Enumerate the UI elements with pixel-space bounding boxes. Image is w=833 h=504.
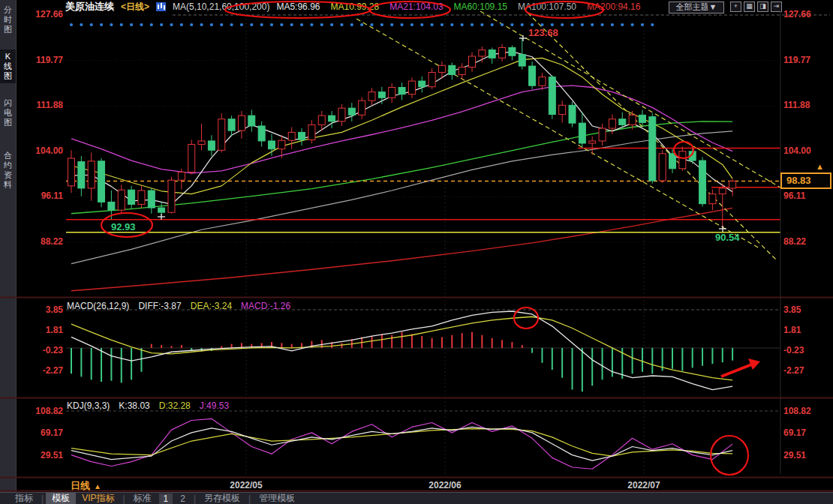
annotation-arrow [721, 364, 753, 376]
toolbar-divider: | [39, 494, 46, 504]
macd-y-axis-label-right: 3.85 [783, 304, 801, 315]
main-y-axis-label-left: 127.66 [20, 9, 63, 20]
main-y-axis-label-left: 104.00 [20, 146, 63, 156]
kdj-j-value: J:49.53 [200, 400, 229, 411]
kdj-header: KDJ(9,3,3) K:38.03 D:32.28 J:49.53 [67, 400, 229, 411]
toolbar-tab[interactable]: 标准 [128, 493, 158, 504]
main-y-axis-label-right: 119.77 [783, 55, 810, 65]
charting-app-window: 分 时 图K 线 图闪 电 图合 约 资 料 美原油连续<日线> MA(5,10… [0, 0, 833, 504]
macd-histogram [71, 332, 732, 392]
annotation-low-price-right: 90.54 [715, 232, 740, 243]
period-selector[interactable]: 日线 ▲ [71, 479, 101, 493]
chart-canvas[interactable] [0, 0, 833, 492]
trendline [480, 11, 780, 188]
last-price-box: 98.83 [780, 172, 831, 189]
toolbar-divider: | [120, 494, 127, 504]
main-y-axis-label-left: 119.77 [20, 55, 63, 65]
macd-diff-value: DIFF:-3.87 [138, 301, 181, 311]
toolbar-tab[interactable]: VIP指标 [76, 493, 120, 504]
kdj-y-axis-label-left: 29.51 [20, 450, 63, 460]
main-y-axis-label-right: 111.88 [783, 100, 810, 110]
main-y-axis-label-left: 88.22 [20, 236, 63, 247]
main-y-axis-label-right: 96.11 [783, 190, 805, 201]
x-axis-date-label: 2022/06 [423, 480, 468, 490]
kdj-title: KDJ(9,3,3) [67, 400, 110, 411]
kdj-k-value: K:38.03 [119, 400, 149, 411]
toolbar-divider: | [246, 494, 253, 504]
toolbar-tab[interactable]: 模板 [46, 493, 76, 504]
toolbar-tab[interactable]: 管理模板 [253, 493, 301, 504]
toolbar-divider: | [191, 494, 198, 504]
macd-y-axis-label-right: 1.81 [783, 325, 801, 335]
macd-dea-value: DEA:-3.24 [191, 301, 232, 311]
annotation-peak-price: 123.68 [528, 27, 558, 38]
annotation-circle [225, 2, 371, 18]
macd-title: MACD(26,12,9) [67, 301, 129, 311]
macd-value: MACD:-1.26 [241, 301, 290, 311]
kdj-y-axis-label-right: 69.17 [783, 428, 806, 438]
macd-y-axis-label-right: -2.27 [783, 365, 804, 376]
macd-y-axis-label-right: -0.23 [783, 345, 804, 356]
annotation-circle [525, 2, 603, 18]
annotation-low-price-left: 92.93 [111, 221, 136, 232]
kdj-y-axis-label-right: 29.51 [783, 450, 806, 460]
period-label: 日线 [71, 479, 90, 493]
main-y-axis-label-left: 96.11 [20, 190, 63, 201]
kdj-y-axis-label-right: 108.82 [783, 406, 811, 416]
toolbar-template-slot-1[interactable]: 1 [159, 494, 173, 504]
annotation-circle [369, 2, 450, 18]
toolbar-template-slot-2[interactable]: 2 [176, 494, 190, 504]
macd-header: MACD(26,12,9) DIFF:-3.87 DEA:-3.24 MACD:… [67, 301, 290, 311]
toolbar-tab[interactable]: 指标 [9, 493, 39, 504]
main-y-axis-label-right: 127.66 [783, 9, 811, 20]
annotation-circle [711, 436, 748, 475]
signal-dots-layer [70, 23, 654, 26]
main-y-axis-label-right: 88.22 [783, 236, 806, 247]
last-price-arrow-icon: ▲ [816, 162, 824, 171]
main-y-axis-label-right: 104.00 [783, 146, 811, 156]
kdj-d-value: D:32.28 [159, 400, 191, 411]
x-axis-date-label: 2022/05 [224, 480, 269, 490]
candles-layer [68, 38, 736, 230]
macd-y-axis-label-left: 3.85 [20, 304, 63, 315]
main-y-axis-label-left: 111.88 [20, 100, 63, 110]
macd-y-axis-label-left: 1.81 [20, 325, 63, 335]
x-axis-date-label: 2022/07 [621, 480, 666, 490]
period-arrow-icon: ▲ [94, 482, 101, 490]
macd-y-axis-label-left: -2.27 [20, 365, 63, 376]
kdj-y-axis-label-left: 69.17 [20, 428, 63, 438]
bottom-toolbar: 指标|模板VIP指标|标准12|另存模板|管理模板 [0, 492, 833, 504]
toolbar-tab[interactable]: 另存模板 [198, 493, 246, 504]
kdj-y-axis-label-left: 108.82 [20, 406, 63, 416]
macd-y-axis-label-left: -0.23 [20, 345, 63, 356]
